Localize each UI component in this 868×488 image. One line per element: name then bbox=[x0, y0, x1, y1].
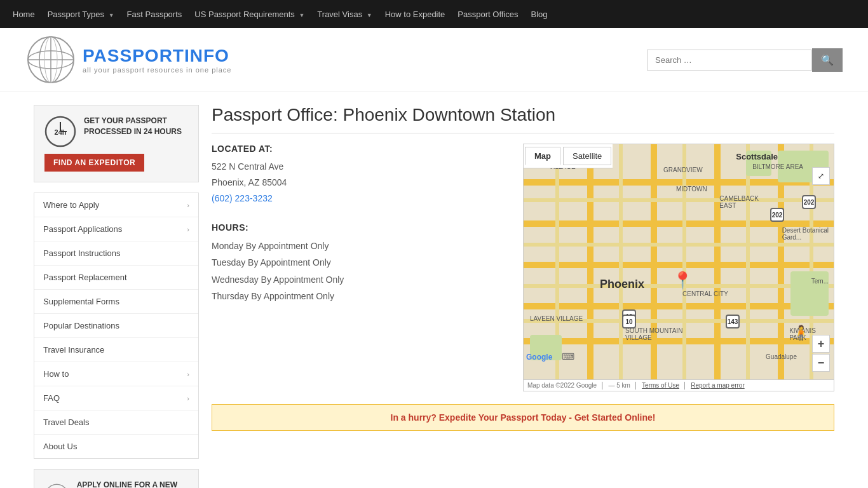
location-address: 522 N Central Ave Phoenix, AZ 85004 (602… bbox=[212, 159, 510, 207]
nav-passport-offices[interactable]: Passport Offices bbox=[458, 10, 518, 19]
road-h2 bbox=[524, 220, 834, 227]
nav-travel-visas[interactable]: Travel Visas ▼ bbox=[317, 10, 372, 19]
map-footer-separator2: │ bbox=[683, 382, 687, 389]
sidebar-item-travel-insurance[interactable]: Travel Insurance bbox=[34, 338, 198, 362]
passport-icon: 🛂 bbox=[44, 480, 69, 488]
map-label-laveen: LAVEEN VILLAGE bbox=[530, 315, 583, 322]
sidebar-item-label: Popular Destinations bbox=[43, 321, 119, 330]
map-label-biltmore: BILTMORE AREA bbox=[752, 163, 803, 170]
sidebar-item-label: FAQ bbox=[43, 393, 60, 403]
route-badge-10-2: 10 bbox=[622, 315, 636, 329]
chevron-right-icon: › bbox=[187, 395, 189, 402]
site-header: PASSPORTINFO all your passport resources… bbox=[0, 28, 868, 92]
road-h3 bbox=[524, 262, 834, 268]
sidebar-item-passport-instructions[interactable]: Passport Instructions bbox=[34, 241, 198, 266]
sidebar-item-label: Where to Apply bbox=[43, 200, 99, 210]
sidebar-item-label: Supplemental Forms bbox=[43, 297, 119, 306]
nav-us-requirements[interactable]: US Passport Requirements ▼ bbox=[194, 10, 304, 19]
nav-fast-passports[interactable]: Fast Passports bbox=[127, 10, 182, 19]
search-icon: 🔍 bbox=[821, 55, 834, 65]
map-label-midtown: MIDTOWN bbox=[676, 186, 707, 193]
sidebar-item-supplemental-forms[interactable]: Supplemental Forms bbox=[34, 290, 198, 314]
map-label-south-mountain: SOUTH MOUNTAINVILLAGE bbox=[625, 327, 682, 341]
nav-passport-types[interactable]: Passport Types ▼ bbox=[48, 10, 114, 19]
sidebar: 24h GET YOUR PASSPORT PROCESSED IN 24 HO… bbox=[34, 105, 199, 488]
clock-icon: 24h bbox=[44, 116, 76, 147]
sidebar-item-passport-applications[interactable]: Passport Applications › bbox=[34, 217, 198, 241]
map-tab-map[interactable]: Map bbox=[525, 147, 560, 165]
sidebar-item-popular-destinations[interactable]: Popular Destinations bbox=[34, 314, 198, 338]
sidebar-item-label: How to bbox=[43, 369, 69, 379]
search-area: 🔍 bbox=[647, 48, 843, 72]
road-minor-v4 bbox=[746, 144, 750, 379]
map-visual: 202 10 10 143 202 Scottsdale MARYVALEVIL… bbox=[524, 144, 834, 379]
content-area: Passport Office: Phoenix Downtown Statio… bbox=[212, 105, 834, 488]
pegman-icon[interactable]: 🧍 bbox=[792, 325, 810, 341]
road-v2 bbox=[651, 144, 657, 379]
sidebar-promo2-text: APPLY ONLINE FOR A NEW PASSPORT bbox=[77, 480, 188, 488]
map-label-central-city: CENTRAL CITY bbox=[682, 290, 728, 297]
map-scale-bar: │ bbox=[600, 382, 604, 389]
chevron-right-icon: › bbox=[187, 226, 189, 233]
map-report-link[interactable]: Report a map error bbox=[691, 382, 744, 389]
road-v3 bbox=[714, 144, 721, 379]
road-minor-v2 bbox=[619, 144, 623, 379]
nav-home[interactable]: Home bbox=[13, 10, 35, 19]
map-footer: Map data ©2022 Google │ — 5 km │ Terms o… bbox=[524, 379, 834, 391]
hours-monday: Monday By Appointment Only bbox=[212, 238, 510, 255]
route-badge-202-2: 202 bbox=[802, 195, 816, 209]
nav-blog[interactable]: Blog bbox=[531, 10, 548, 19]
route-badge-202: 202 bbox=[770, 208, 784, 222]
sidebar-item-label: Travel Insurance bbox=[43, 345, 104, 355]
map-terms-link[interactable]: Terms of Use bbox=[642, 382, 679, 389]
location-section: LOCATED AT: 522 N Central Ave Phoenix, A… bbox=[212, 144, 834, 391]
road-minor-v3 bbox=[682, 144, 686, 379]
hours-wednesday: Wednesday By Appointment Only bbox=[212, 271, 510, 288]
find-expeditor-button[interactable]: FIND AN EXPEDITOR bbox=[44, 154, 144, 172]
hours-tuesday: Tuesday By Appointment Only bbox=[212, 254, 510, 271]
sidebar-item-label: About Us bbox=[43, 442, 77, 451]
hours-thursday: Thursday By Appointment Only bbox=[212, 288, 510, 305]
main-container: 24h GET YOUR PASSPORT PROCESSED IN 24 HO… bbox=[21, 92, 847, 488]
sidebar-item-where-to-apply[interactable]: Where to Apply › bbox=[34, 193, 198, 217]
map-label-desert-botanical: Desert BotanicalGard... bbox=[782, 227, 829, 241]
map-label-phoenix: Phoenix bbox=[600, 278, 644, 291]
hours-section: HOURS: Monday By Appointment Only Tuesda… bbox=[212, 222, 510, 305]
map-label-tempe: Tem... bbox=[811, 278, 829, 285]
map-expand-button[interactable]: ⤢ bbox=[812, 167, 830, 185]
search-input[interactable] bbox=[647, 50, 812, 71]
search-button[interactable]: 🔍 bbox=[812, 48, 843, 72]
sidebar-item-how-to[interactable]: How to › bbox=[34, 362, 198, 386]
chevron-right-icon: › bbox=[187, 201, 189, 209]
phone-link[interactable]: (602) 223-3232 bbox=[212, 193, 273, 203]
map-zoom-in-button[interactable]: + bbox=[812, 335, 830, 353]
map-label-scottsdale: Scottsdale bbox=[736, 152, 778, 161]
chevron-right-icon: › bbox=[187, 370, 189, 378]
route-badge-143: 143 bbox=[726, 315, 740, 329]
sidebar-item-passport-replacement[interactable]: Passport Replacement bbox=[34, 266, 198, 290]
chevron-down-icon: ▼ bbox=[109, 12, 114, 18]
sidebar-item-about-us[interactable]: About Us bbox=[34, 435, 198, 458]
logo-subtitle: all your passport resources in one place bbox=[83, 66, 231, 74]
map-container: Map Satellite bbox=[523, 144, 834, 391]
sidebar-promo: 24h GET YOUR PASSPORT PROCESSED IN 24 HO… bbox=[34, 105, 199, 182]
chevron-down-icon: ▼ bbox=[299, 12, 304, 18]
located-at-label: LOCATED AT: bbox=[212, 144, 510, 154]
globe-icon bbox=[25, 34, 76, 85]
map-pin: 📍 bbox=[672, 271, 693, 290]
nav-how-to-expedite[interactable]: How to Expedite bbox=[385, 10, 445, 19]
map-label-guadalupe: Guadalupe bbox=[766, 353, 797, 360]
logo-part2: INFO bbox=[184, 46, 229, 65]
sidebar-item-travel-deals[interactable]: Travel Deals bbox=[34, 410, 198, 435]
map-zoom-out-button[interactable]: − bbox=[812, 354, 830, 372]
map-label-grandview: GRANDVIEW bbox=[663, 166, 703, 173]
sidebar-promo2: 🛂 APPLY ONLINE FOR A NEW PASSPORT bbox=[34, 469, 199, 488]
logo-part1: PASSPORT bbox=[83, 46, 184, 65]
sidebar-item-faq[interactable]: FAQ › bbox=[34, 386, 198, 410]
map-tab-satellite[interactable]: Satellite bbox=[563, 147, 611, 165]
svg-point-10 bbox=[46, 484, 69, 488]
location-info: LOCATED AT: 522 N Central Ave Phoenix, A… bbox=[212, 144, 510, 391]
sidebar-item-label: Passport Applications bbox=[43, 224, 122, 234]
address-line2: Phoenix, AZ 85004 bbox=[212, 175, 510, 191]
logo-area: PASSPORTINFO all your passport resources… bbox=[25, 34, 231, 85]
